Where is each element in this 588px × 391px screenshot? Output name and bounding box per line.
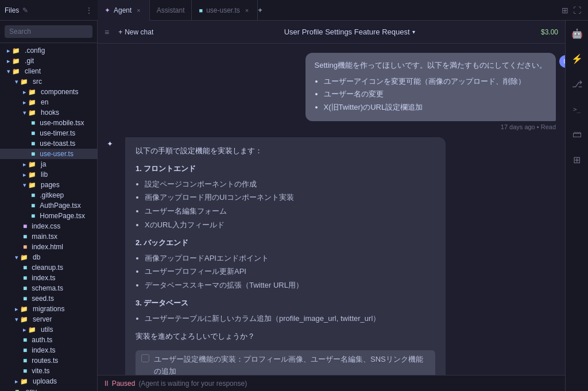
assistant-closing: 実装を進めてよろしいでしょうか？: [136, 331, 435, 343]
list-item: 画像アップロード用のUIコンポーネント実装: [145, 192, 435, 204]
tree-item[interactable]: ▾ 📁pages: [0, 180, 97, 190]
assistant-intro: 以下の手順で設定機能を実装します：: [136, 145, 435, 157]
paused-detail: (Agent is waiting for your response): [138, 380, 247, 388]
menu-icon[interactable]: ≡: [105, 28, 109, 37]
todo-list: ユーザー設定機能の実装：プロフィール画像、ユーザー名編集、SNSリンク機能の追加…: [136, 350, 435, 375]
sidebar-git-icon[interactable]: ⎇: [569, 76, 585, 92]
tree-item[interactable]: ■.gitkeep: [0, 190, 97, 200]
file-sidebar: ▸ 📁.config▸ 📁.git▾ 📁client▾ 📁src▸ 📁compo…: [0, 21, 98, 391]
tree-item[interactable]: ▾ 📁server: [0, 314, 97, 324]
assistant-message-container: ✦ 以下の手順で設定機能を実装します： 1. フロントエンド 設定ページコンポー…: [107, 137, 446, 375]
section-backend: 2. バックエンド 画像アップロードAPIエンドポイントユーザープロフィール更新…: [136, 237, 435, 292]
tree-item[interactable]: ▸ 📁components: [0, 87, 97, 97]
new-chat-button[interactable]: + New chat: [114, 26, 158, 38]
tree-item[interactable]: ■index.css: [0, 221, 97, 231]
new-chat-label: New chat: [125, 28, 153, 36]
sidebar-terminal-icon[interactable]: >_: [569, 101, 585, 117]
tree-item[interactable]: ■seed.ts: [0, 293, 97, 304]
tab-use-user[interactable]: ■ use-user.ts ×: [192, 0, 258, 21]
list-item: データベーススキーマの拡張（Twitter URL用）: [145, 280, 435, 292]
tree-item[interactable]: ▸ 📁uploads: [0, 376, 97, 386]
tree-item[interactable]: ■use-timer.ts: [0, 128, 97, 138]
tree-item[interactable]: ■use-toast.ts: [0, 138, 97, 149]
sidebar-header: Files ✎ ⋮: [0, 6, 98, 15]
tree-item[interactable]: ■main.tsx: [0, 231, 97, 242]
chat-price: $3.00: [541, 28, 558, 36]
tree-item[interactable]: ■.env: [0, 386, 97, 391]
search-bar[interactable]: [0, 21, 97, 43]
sidebar-db-icon[interactable]: 🗃: [569, 126, 585, 142]
user-message: Setting機能を作ってほしいです。以下を満たすものにしてください。 ユーザー…: [305, 53, 556, 121]
tree-item[interactable]: ▸ 📁migrations: [0, 304, 97, 314]
paused-label: Paused: [112, 380, 136, 388]
tab-assistant[interactable]: Assistant: [150, 0, 192, 21]
list-item: 設定ページコンポーネントの作成: [145, 179, 435, 191]
add-tab-button[interactable]: +: [258, 6, 262, 14]
tree-item[interactable]: ■vite.ts: [0, 366, 97, 376]
search-input[interactable]: [5, 25, 92, 38]
tree-item[interactable]: ▾ 📁client: [0, 66, 97, 76]
edit-icon: ✎: [22, 6, 28, 14]
title-bar-controls: ⊞ ⛶: [555, 6, 588, 15]
tree-item[interactable]: ■use-mobile.tsx: [0, 118, 97, 128]
tree-item[interactable]: ■index.ts: [0, 273, 97, 283]
sidebar-grid-icon[interactable]: ⊞: [569, 152, 585, 168]
tree-item[interactable]: ■index.ts: [0, 345, 97, 355]
tree-item[interactable]: ▾ 📁db: [0, 252, 97, 262]
tree-item[interactable]: ▾ 📁src: [0, 76, 97, 87]
use-user-tab-icon: ■: [199, 7, 203, 14]
expand-icon[interactable]: ⊞: [562, 6, 568, 15]
chat-title-dropdown-icon[interactable]: ▾: [412, 29, 415, 35]
user-message-container: Setting機能を作ってほしいです。以下を満たすものにしてください。 ユーザー…: [305, 53, 556, 130]
tree-item[interactable]: ■auth.ts: [0, 335, 97, 345]
tree-item[interactable]: ■HomePage.tsx: [0, 211, 97, 221]
fullscreen-icon[interactable]: ⛶: [573, 6, 581, 15]
tree-item[interactable]: ■use-user.ts: [0, 149, 97, 159]
icon-sidebar: 🤖 ⚡ ⎇ >_ 🗃 ⊞: [565, 21, 588, 391]
tree-item[interactable]: ▸ 📁lib: [0, 169, 97, 180]
chat-messages: Setting機能を作ってほしいです。以下を満たすものにしてください。 ユーザー…: [98, 44, 565, 375]
tree-item[interactable]: ■schema.ts: [0, 283, 97, 293]
use-user-tab-close[interactable]: ×: [243, 6, 250, 14]
todo-item-unchecked[interactable]: ユーザー設定機能の実装：プロフィール画像、ユーザー名編集、SNSリンク機能の追加: [136, 350, 435, 375]
agent-tab-close[interactable]: ×: [135, 6, 142, 14]
tree-item[interactable]: ▸ 📁ja: [0, 159, 97, 169]
section-database-title: 3. データベース: [136, 297, 435, 309]
user-bullet-2: ユーザー名の変更: [324, 88, 547, 100]
user-bullet-1: ユーザーアイコンを変更可能（画像のアップロード、削除）: [324, 76, 547, 87]
more-icon[interactable]: ⋮: [85, 6, 93, 15]
new-chat-plus-icon: +: [118, 28, 122, 36]
tree-item[interactable]: ▸ 📁.config: [0, 45, 97, 56]
user-message-text: Setting機能を作ってほしいです。以下を満たすものにしてください。: [315, 61, 547, 69]
tree-item[interactable]: ▸ 📁.git: [0, 56, 97, 66]
list-item: 画像アップロードAPIエンドポイント: [145, 253, 435, 265]
main-layout: ▸ 📁.config▸ 📁.git▾ 📁client▾ 📁src▸ 📁compo…: [0, 21, 588, 391]
checkbox-unchecked[interactable]: [141, 354, 149, 362]
tree-item[interactable]: ■AuthPage.tsx: [0, 200, 97, 211]
agent-tab-label: Agent: [114, 6, 131, 14]
title-bar: Files ✎ ⋮ ✦ Agent × Assistant ■ use-user…: [0, 0, 588, 21]
tabs-bar: ✦ Agent × Assistant ■ use-user.ts × +: [98, 0, 555, 21]
section-database: 3. データベース ユーザーテーブルに新しいカラム追加（profile_imag…: [136, 297, 435, 325]
files-label: Files: [5, 6, 19, 14]
assistant-message: 以下の手順で設定機能を実装します： 1. フロントエンド 設定ページコンポーネン…: [125, 137, 446, 375]
user-bullet-3: X(旧Twitter)のURL設定欄追加: [324, 102, 547, 113]
tree-item[interactable]: ■cleanup.ts: [0, 262, 97, 273]
tree-item[interactable]: ▸ 📁en: [0, 97, 97, 107]
tab-agent[interactable]: ✦ Agent ×: [98, 0, 150, 21]
tree-item[interactable]: ▸ 📁utils: [0, 324, 97, 335]
list-item: ユーザーテーブルに新しいカラム追加（profile_image_url, twi…: [145, 313, 435, 325]
section-frontend: 1. フロントエンド 設定ページコンポーネントの作成画像アップロード用のUIコン…: [136, 163, 435, 231]
tree-item[interactable]: ■routes.ts: [0, 355, 97, 366]
user-avatar: U: [559, 55, 565, 68]
tree-item[interactable]: ▾ 📁hooks: [0, 107, 97, 118]
tree-item[interactable]: ■index.html: [0, 242, 97, 252]
sidebar-bot-icon[interactable]: 🤖: [569, 25, 585, 41]
user-message-meta: 17 days ago • Read: [305, 123, 556, 130]
assistant-tab-label: Assistant: [157, 6, 185, 14]
status-bar: II Paused (Agent is waiting for your res…: [98, 375, 565, 391]
chat-header: ≡ + New chat User Profile Settings Featu…: [98, 21, 565, 44]
todo-item-unchecked-label: ユーザー設定機能の実装：プロフィール画像、ユーザー名編集、SNSリンク機能の追加: [154, 354, 430, 375]
sidebar-bolt-icon[interactable]: ⚡: [569, 51, 585, 67]
pause-bars-icon: II: [105, 380, 109, 388]
